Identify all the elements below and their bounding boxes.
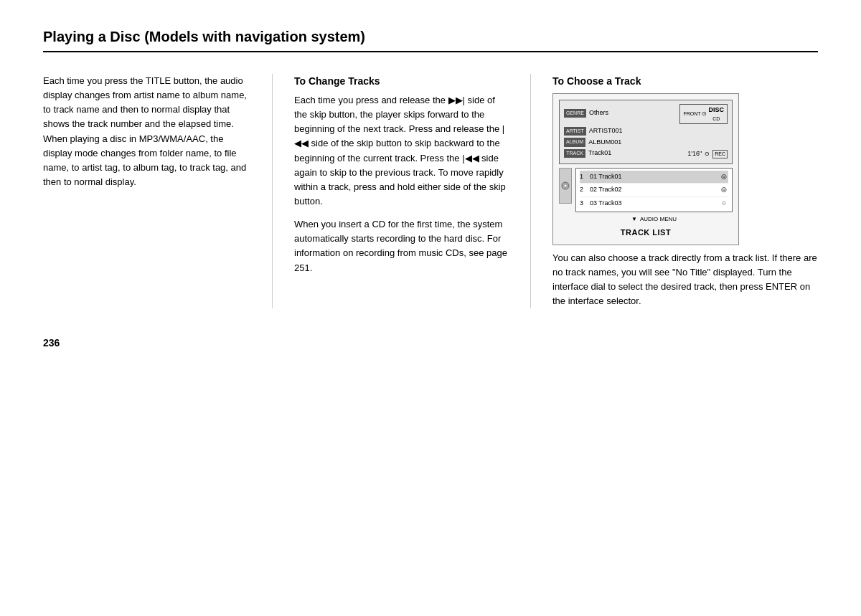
content-area: Each time you press the TITLE button, th… <box>43 74 818 308</box>
track-name-3: 03 Track03 <box>590 199 720 209</box>
genre-label: GENRE <box>564 109 586 118</box>
change-tracks-heading: To Change Tracks <box>294 74 509 89</box>
disc-indicator: FRONT ⊙ DISC CD <box>679 104 728 124</box>
middle-para1: Each time you press and release the ▶▶| … <box>294 93 509 209</box>
track-icon-3: ○ <box>720 199 728 209</box>
time-value: 1'16" <box>687 149 702 159</box>
tracklist-area: 1 01 Track01 ◎ 2 02 Track02 ◎ 3 03 Track… <box>559 168 733 224</box>
cd-slot <box>559 168 572 204</box>
tracklist-box-wrapper: 1 01 Track01 ◎ 2 02 Track02 ◎ 3 03 Track… <box>575 168 733 224</box>
right-body-text: You can also choose a track directly fro… <box>552 251 818 309</box>
track-row-2: 2 02 Track02 ◎ <box>580 184 728 197</box>
left-body-text: Each time you press the TITLE button, th… <box>43 74 250 189</box>
genre-row: GENRE Others <box>564 108 608 118</box>
cd-label: CD <box>712 115 720 123</box>
middle-body-text: Each time you press and release the ▶▶| … <box>294 93 509 275</box>
artist-value: ARTIST001 <box>589 126 623 136</box>
track-row-1: 1 01 Track01 ◎ <box>580 171 728 184</box>
tracklist-box: 1 01 Track01 ◎ 2 02 Track02 ◎ 3 03 Track… <box>575 168 733 213</box>
track-num-2: 2 <box>580 185 590 195</box>
left-column: Each time you press the TITLE button, th… <box>43 74 273 308</box>
svg-point-1 <box>564 184 567 187</box>
rec-badge: REC <box>712 150 728 159</box>
artist-label: ARTIST <box>564 127 586 136</box>
display-header: GENRE Others FRONT ⊙ DISC CD <box>564 104 728 124</box>
choose-track-heading: To Choose a Track <box>552 74 818 89</box>
track-label: TRACK <box>564 149 585 158</box>
middle-para2: When you insert a CD for the first time,… <box>294 217 509 275</box>
disc-label: DISC <box>708 105 724 115</box>
front-label: FRONT <box>683 110 700 118</box>
track-icon-2: ◎ <box>720 185 728 195</box>
display-mockup: GENRE Others FRONT ⊙ DISC CD ARTIST <box>552 93 739 245</box>
track-list-label: TRACK LIST <box>559 227 733 239</box>
track-num-1: 1 <box>580 172 590 182</box>
track-icon-1: ◎ <box>720 172 728 182</box>
track-name-1: 01 Track01 <box>590 172 720 182</box>
album-value: ALBUM001 <box>588 138 621 148</box>
track-row-3: 3 03 Track03 ○ <box>580 197 728 210</box>
album-label: ALBUM <box>564 138 585 147</box>
middle-column: To Change Tracks Each time you press and… <box>273 74 531 308</box>
album-row: ALBUM ALBUM001 <box>564 138 728 148</box>
track-name-2: 02 Track02 <box>590 185 720 195</box>
page-title: Playing a Disc (Models with navigation s… <box>43 29 818 52</box>
track-value: Track01 <box>588 148 611 158</box>
track-time-row: TRACK Track01 1'16" ⊙ REC <box>564 148 728 160</box>
track-row-display: TRACK Track01 <box>564 148 611 158</box>
display-screen: GENRE Others FRONT ⊙ DISC CD ARTIST <box>559 100 733 164</box>
audio-menu-row: AUDIO MENU <box>575 215 733 224</box>
genre-value: Others <box>589 108 608 118</box>
page-number: 236 <box>43 337 818 349</box>
right-column: To Choose a Track GENRE Others FRONT ⊙ D… <box>531 74 818 308</box>
track-num-3: 3 <box>580 199 590 209</box>
audio-menu-label: AUDIO MENU <box>640 216 677 222</box>
artist-row: ARTIST ARTIST001 <box>564 126 728 136</box>
